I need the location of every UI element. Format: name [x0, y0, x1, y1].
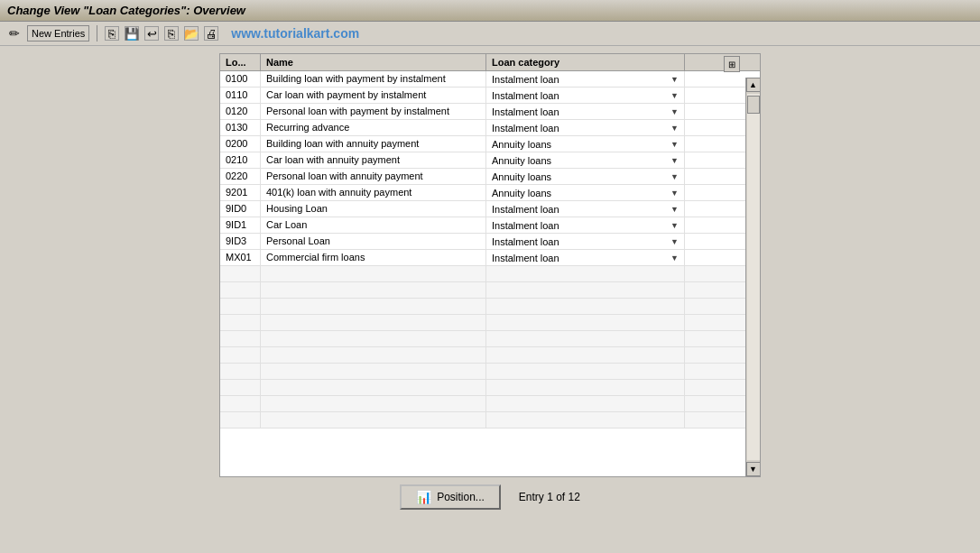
folder-icon[interactable]: 📂 — [184, 26, 199, 41]
category-dropdown-arrow[interactable]: ▼ — [670, 124, 679, 133]
vertical-scrollbar[interactable]: ▲ ▼ — [745, 78, 760, 476]
new-entries-button[interactable]: New Entries — [27, 25, 89, 41]
category-dropdown-arrow[interactable]: ▼ — [670, 75, 679, 84]
table-row[interactable]: 0100Building loan with payment by instal… — [220, 71, 760, 88]
cell-category[interactable]: Annuity loans▼ — [486, 152, 685, 168]
cell-category[interactable]: Annuity loans▼ — [486, 169, 685, 184]
table-body[interactable]: 0100Building loan with payment by instal… — [220, 71, 760, 470]
cell-name: 401(k) loan with annuity payment — [261, 185, 486, 200]
position-button-label: Position... — [437, 491, 485, 503]
category-value: Instalment loan — [492, 253, 559, 263]
table-row-empty — [220, 331, 760, 347]
category-dropdown-arrow[interactable]: ▼ — [670, 253, 679, 263]
save-icon[interactable]: 💾 — [125, 26, 139, 41]
category-value: Instalment loan — [492, 236, 559, 247]
empty-cell — [220, 396, 261, 411]
cell-category[interactable]: Annuity loans▼ — [486, 185, 685, 200]
scroll-down-button[interactable]: ▼ — [746, 462, 761, 476]
cell-category[interactable]: Instalment loan▼ — [486, 250, 685, 265]
empty-cell — [261, 364, 486, 379]
table-header: Lo... Name Loan category ⊞ — [220, 54, 760, 71]
table-row[interactable]: 0220Personal loan with annuity paymentAn… — [220, 169, 760, 185]
empty-cell — [261, 347, 486, 363]
scroll-track — [747, 94, 760, 460]
table-row[interactable]: 0200Building loan with annuity paymentAn… — [220, 136, 760, 152]
cell-lo: 0100 — [220, 71, 261, 87]
toolbar-separator-1 — [97, 25, 97, 41]
content-area: Lo... Name Loan category ⊞ 0100Building … — [0, 46, 980, 527]
category-dropdown-arrow[interactable]: ▼ — [670, 107, 679, 116]
cell-name: Personal loan with payment by instalment — [261, 104, 486, 119]
table-row[interactable]: MX01Commercial firm loansInstalment loan… — [220, 250, 760, 266]
cell-name: Personal loan with annuity payment — [261, 169, 486, 184]
table-row-empty — [220, 364, 760, 380]
category-dropdown-arrow[interactable]: ▼ — [670, 237, 679, 246]
copy1-icon[interactable]: ⎘ — [105, 26, 119, 41]
category-value: Annuity loans — [492, 188, 551, 198]
cell-category[interactable]: Instalment loan▼ — [486, 201, 685, 217]
table-row[interactable]: 0210Car loan with annuity paymentAnnuity… — [220, 152, 760, 169]
table-row[interactable]: 9201401(k) loan with annuity paymentAnnu… — [220, 185, 760, 201]
empty-cell — [220, 331, 261, 346]
scroll-up-button[interactable]: ▲ — [746, 78, 761, 92]
empty-cell — [486, 315, 685, 330]
header-category: Loan category — [486, 54, 685, 70]
table-row-empty — [220, 380, 760, 396]
category-value: Annuity loans — [492, 155, 551, 166]
empty-cell — [261, 331, 486, 346]
cell-lo: 0130 — [220, 120, 261, 135]
cell-name: Building loan with payment by instalment — [261, 71, 486, 87]
cell-category[interactable]: Instalment loan▼ — [486, 71, 685, 87]
column-config-icon[interactable]: ⊞ — [724, 56, 740, 72]
category-dropdown-arrow[interactable]: ▼ — [670, 205, 679, 214]
header-lo: Lo... — [220, 54, 261, 70]
position-button[interactable]: 📊 Position... — [400, 484, 501, 510]
cell-lo: 9201 — [220, 185, 261, 200]
table-row[interactable]: 9ID3Personal LoanInstalment loan▼ — [220, 234, 760, 250]
empty-cell — [261, 315, 486, 330]
cell-category[interactable]: Instalment loan▼ — [486, 88, 685, 103]
cell-name: Personal Loan — [261, 234, 486, 249]
new-entries-label: New Entries — [32, 28, 85, 39]
cell-lo: MX01 — [220, 250, 261, 265]
table-row[interactable]: 0120Personal loan with payment by instal… — [220, 104, 760, 120]
category-dropdown-arrow[interactable]: ▼ — [670, 140, 679, 149]
category-value: Instalment loan — [492, 204, 559, 215]
cell-category[interactable]: Instalment loan▼ — [486, 234, 685, 249]
cell-lo: 0210 — [220, 152, 261, 168]
cell-name: Car loan with payment by instalment — [261, 88, 486, 103]
category-dropdown-arrow[interactable]: ▼ — [670, 189, 679, 198]
copy2-icon[interactable]: ⎘ — [164, 26, 179, 41]
cell-category[interactable]: Instalment loan▼ — [486, 217, 685, 233]
cell-category[interactable]: Annuity loans▼ — [486, 136, 685, 152]
cell-name: Car Loan — [261, 217, 486, 233]
category-dropdown-arrow[interactable]: ▼ — [670, 221, 679, 230]
watermark-text: www.tutorialkart.com — [231, 26, 359, 41]
table-row-empty — [220, 266, 760, 282]
category-dropdown-arrow[interactable]: ▼ — [670, 156, 679, 165]
category-value: Instalment loan — [492, 123, 559, 134]
table-row[interactable]: 9ID0Housing LoanInstalment loan▼ — [220, 201, 760, 217]
category-dropdown-arrow[interactable]: ▼ — [670, 172, 679, 181]
cell-category[interactable]: Instalment loan▼ — [486, 104, 685, 119]
empty-cell — [261, 380, 486, 395]
cell-name: Recurring advance — [261, 120, 486, 135]
scroll-thumb[interactable] — [747, 96, 760, 114]
cell-name: Building loan with annuity payment — [261, 136, 486, 152]
table-row-empty — [220, 412, 760, 429]
window-title-bar: Change View "Loan Categories": Overview — [0, 0, 980, 22]
cell-lo: 9ID3 — [220, 234, 261, 249]
entry-info-text: Entry 1 of 12 — [519, 491, 580, 503]
table-row[interactable]: 9ID1Car LoanInstalment loan▼ — [220, 217, 760, 234]
category-value: Instalment loan — [492, 220, 559, 231]
category-dropdown-arrow[interactable]: ▼ — [670, 91, 679, 100]
print-icon[interactable]: 🖨 — [204, 26, 218, 41]
category-value: Annuity loans — [492, 139, 551, 150]
table-row[interactable]: 0130Recurring advanceInstalment loan▼ — [220, 120, 760, 136]
empty-cell — [261, 266, 486, 281]
cell-name: Commercial firm loans — [261, 250, 486, 265]
table-row-empty — [220, 282, 760, 299]
undo-icon[interactable]: ↩ — [144, 26, 159, 41]
table-row[interactable]: 0110Car loan with payment by instalmentI… — [220, 88, 760, 104]
cell-category[interactable]: Instalment loan▼ — [486, 120, 685, 135]
